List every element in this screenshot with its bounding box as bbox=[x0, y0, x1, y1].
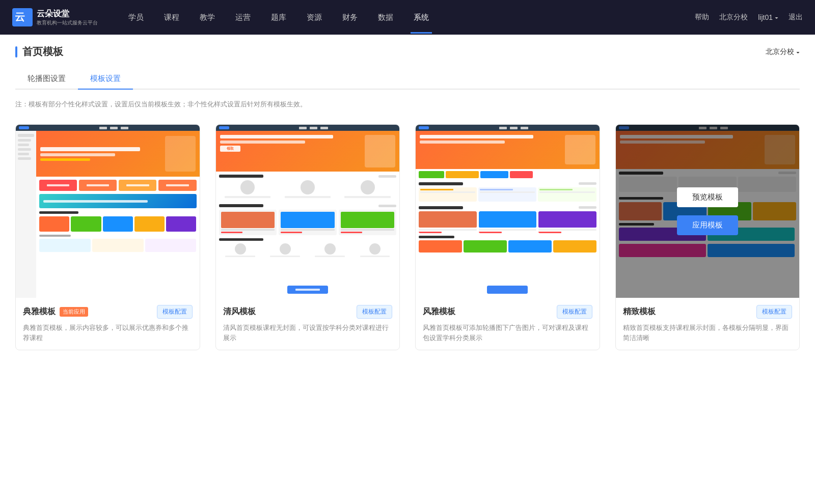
card-name-row-clean: 清风模板 模板配置 bbox=[223, 305, 393, 319]
card-desc-refined: 精致首页模板支持课程展示封面，各模板分隔明显，界面简洁清晰 bbox=[623, 323, 793, 343]
template-card-classic: 典雅模板 当前应用 模板配置 典雅首页模板，展示内容较多，可以展示优惠券和多个推… bbox=[15, 124, 200, 350]
branch-chevron-icon: ▾ bbox=[796, 48, 800, 56]
logo-icon: 云 bbox=[12, 8, 33, 26]
card-name-left-elegant: 风雅模板 bbox=[423, 306, 455, 317]
nav-students[interactable]: 学员 bbox=[118, 2, 154, 34]
nav-questions[interactable]: 题库 bbox=[261, 2, 296, 34]
card-name-left-refined: 精致模板 bbox=[623, 306, 656, 317]
config-btn-clean[interactable]: 模板配置 bbox=[357, 305, 392, 319]
card-name-row-refined: 精致模板 模板配置 bbox=[623, 305, 793, 319]
template-card-refined: 预览模板 应用模板 精致模板 模板配置 精致首页模板支持课程展示封面，各模板分隔… bbox=[615, 124, 800, 350]
template-preview-clean: 领取 bbox=[216, 125, 400, 298]
card-footer-elegant: 风雅模板 模板配置 风雅首页模板可添加轮播图下广告图片，可对课程及课程包设置学科… bbox=[416, 298, 600, 350]
logout-link[interactable]: 退出 bbox=[789, 13, 803, 22]
template-card-elegant: 风雅模板 模板配置 风雅首页模板可添加轮播图下广告图片，可对课程及课程包设置学科… bbox=[415, 124, 600, 350]
help-link[interactable]: 帮助 bbox=[695, 13, 709, 22]
card-name-refined: 精致模板 bbox=[623, 306, 656, 317]
main-content: 首页模板 北京分校 ▾ 轮播图设置 模板设置 注：模板有部分个性化样式设置，设置… bbox=[0, 35, 815, 504]
card-name-clean: 清风模板 bbox=[223, 306, 256, 317]
card-footer-refined: 精致模板 模板配置 精致首页模板支持课程展示封面，各模板分隔明显，界面简洁清晰 bbox=[616, 298, 800, 350]
page-title: 首页模板 bbox=[22, 45, 63, 59]
template-card-clean: 领取 bbox=[215, 124, 400, 350]
branch-selector[interactable]: 北京分校 ▾ bbox=[766, 47, 800, 57]
header-right: 帮助 北京分校 lijt01 ▾ 退出 bbox=[695, 13, 803, 22]
current-badge-classic: 当前应用 bbox=[60, 307, 88, 317]
user-menu[interactable]: lijt01 ▾ bbox=[758, 13, 778, 21]
svg-text:云: 云 bbox=[15, 11, 25, 22]
config-btn-classic[interactable]: 模板配置 bbox=[157, 305, 193, 319]
card-name-left-clean: 清风模板 bbox=[223, 306, 256, 317]
apply-template-button[interactable]: 应用模板 bbox=[677, 215, 738, 235]
template-grid: 典雅模板 当前应用 模板配置 典雅首页模板，展示内容较多，可以展示优惠券和多个推… bbox=[15, 124, 800, 350]
template-preview-refined[interactable]: 预览模板 应用模板 bbox=[616, 125, 800, 298]
template-preview-elegant bbox=[416, 125, 600, 298]
branch-link[interactable]: 北京分校 bbox=[719, 13, 748, 22]
card-name-row-elegant: 风雅模板 模板配置 bbox=[423, 305, 592, 319]
nav-finance[interactable]: 财务 bbox=[332, 2, 368, 34]
card-footer-clean: 清风模板 模板配置 清风首页模板课程无封面，可设置按学科分类对课程进行展示 bbox=[216, 298, 400, 350]
nav-courses[interactable]: 课程 bbox=[154, 2, 189, 34]
config-btn-refined[interactable]: 模板配置 bbox=[756, 305, 792, 319]
card-name-left-classic: 典雅模板 当前应用 bbox=[23, 306, 88, 317]
tabs: 轮播图设置 模板设置 bbox=[15, 69, 800, 90]
card-name-elegant: 风雅模板 bbox=[423, 306, 455, 317]
card-name-row-classic: 典雅模板 当前应用 模板配置 bbox=[23, 305, 193, 319]
main-nav: 学员 课程 教学 运营 题库 资源 财务 数据 系统 bbox=[118, 2, 695, 34]
main-header: 云 云朵设堂 教育机构一站式服务云平台 学员 课程 教学 运营 题库 资源 财务… bbox=[0, 0, 815, 35]
page-title-wrap: 首页模板 bbox=[15, 45, 63, 59]
nav-resources[interactable]: 资源 bbox=[296, 2, 332, 34]
note-text: 注：模板有部分个性化样式设置，设置后仅当前模板生效；非个性化样式设置后针对所有模… bbox=[15, 100, 800, 109]
title-bar-accent bbox=[15, 46, 17, 58]
tab-carousel[interactable]: 轮播图设置 bbox=[15, 69, 78, 90]
nav-teaching[interactable]: 教学 bbox=[189, 2, 225, 34]
card-desc-classic: 典雅首页模板，展示内容较多，可以展示优惠券和多个推荐课程 bbox=[23, 323, 193, 343]
logo-text: 云朵设堂 教育机构一站式服务云平台 bbox=[37, 9, 98, 26]
nav-system[interactable]: 系统 bbox=[403, 2, 439, 34]
config-btn-elegant[interactable]: 模板配置 bbox=[557, 305, 592, 319]
tab-template[interactable]: 模板设置 bbox=[78, 69, 133, 90]
nav-operations[interactable]: 运营 bbox=[225, 2, 261, 34]
card-desc-elegant: 风雅首页模板可添加轮播图下广告图片，可对课程及课程包设置学科分类展示 bbox=[423, 323, 592, 343]
preview-template-button[interactable]: 预览模板 bbox=[677, 187, 738, 207]
card-footer-classic: 典雅模板 当前应用 模板配置 典雅首页模板，展示内容较多，可以展示优惠券和多个推… bbox=[16, 298, 200, 350]
template-preview-classic bbox=[16, 125, 200, 298]
page-header: 首页模板 北京分校 ▾ bbox=[15, 45, 800, 59]
template-overlay-refined: 预览模板 应用模板 bbox=[616, 125, 800, 298]
nav-data[interactable]: 数据 bbox=[368, 2, 403, 34]
logo: 云 云朵设堂 教育机构一站式服务云平台 bbox=[12, 8, 98, 26]
card-desc-clean: 清风首页模板课程无封面，可设置按学科分类对课程进行展示 bbox=[223, 323, 393, 343]
user-chevron-icon: ▾ bbox=[775, 13, 778, 21]
card-name-classic: 典雅模板 bbox=[23, 306, 56, 317]
